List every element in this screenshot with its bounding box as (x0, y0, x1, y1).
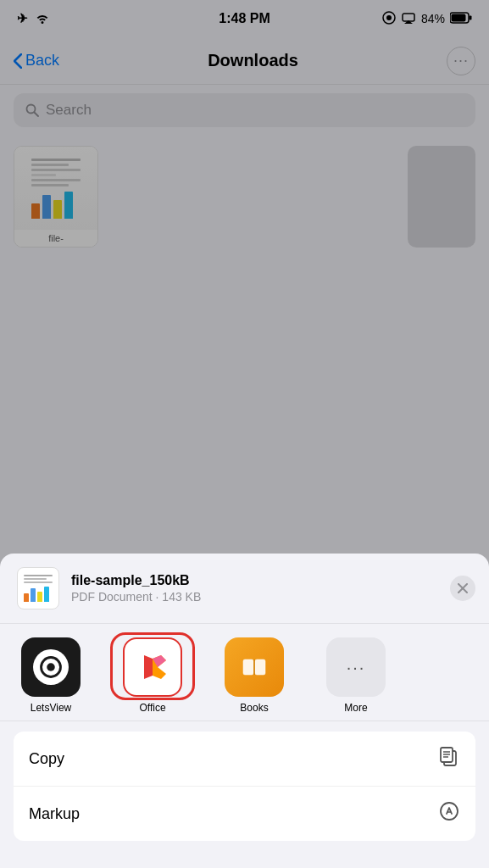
books-icon (225, 637, 284, 697)
app-label-letsview: LetsView (31, 702, 71, 714)
app-label-more: More (344, 702, 367, 714)
office-icon (123, 637, 182, 697)
copy-action[interactable]: Copy (14, 732, 475, 787)
file-info-row: file-sample_150kB PDF Document · 143 KB (0, 554, 489, 624)
file-info-name: file-sample_150kB (71, 573, 201, 588)
close-icon (458, 583, 468, 593)
file-icon-preview (21, 572, 55, 604)
app-label-books: Books (240, 702, 268, 714)
file-icon-small (17, 567, 59, 609)
markup-icon (438, 800, 460, 827)
books-logo-svg (236, 649, 272, 685)
close-share-sheet-button[interactable] (450, 576, 475, 601)
file-info-meta: PDF Document · 143 KB (71, 590, 201, 604)
office-logo-svg (134, 648, 171, 686)
app-item-office[interactable]: Office (102, 637, 203, 714)
apps-row: LetsView Office (0, 624, 489, 721)
more-apps-icon: ··· (326, 637, 386, 697)
share-sheet: file-sample_150kB PDF Document · 143 KB (0, 554, 489, 868)
action-list: Copy Markup (14, 732, 475, 841)
copy-icon (438, 745, 460, 772)
copy-label: Copy (29, 750, 64, 768)
app-label-office: Office (139, 702, 165, 714)
markup-action[interactable]: Markup (14, 787, 475, 841)
svg-point-26 (441, 803, 458, 820)
svg-rect-16 (243, 659, 253, 675)
app-item-books[interactable]: Books (203, 637, 305, 714)
svg-rect-17 (255, 659, 265, 675)
app-item-letsview[interactable]: LetsView (0, 637, 102, 714)
svg-point-13 (47, 663, 55, 671)
markup-label: Markup (29, 805, 80, 823)
app-item-more[interactable]: ··· More (305, 637, 407, 714)
letsview-icon (21, 637, 81, 697)
file-info-text: file-sample_150kB PDF Document · 143 KB (71, 573, 201, 604)
